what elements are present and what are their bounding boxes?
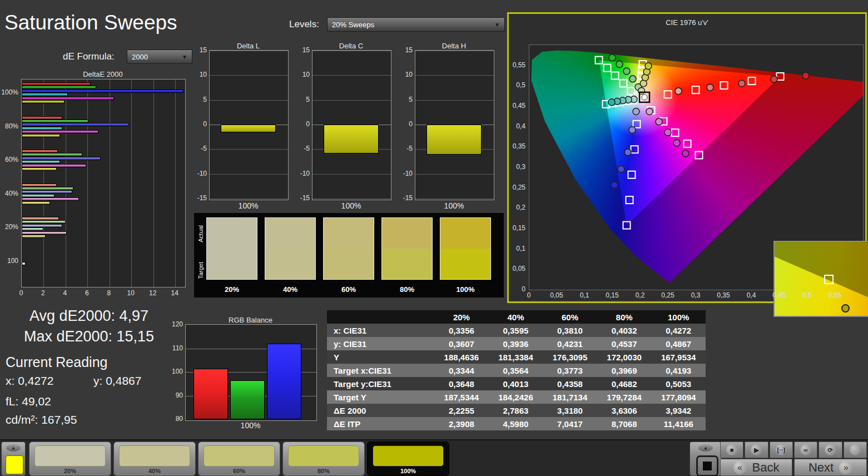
table-value: 7,0417 — [543, 417, 597, 430]
avg-de2000-stat: Avg dE2000: 4,97 — [0, 308, 178, 325]
y-tick-label: -10 — [293, 170, 310, 177]
transport-controls: ■▶[··]∞⟳ — [720, 442, 867, 458]
magenta-de-bar — [22, 197, 79, 201]
expand-patch-list-button[interactable]: ▲ — [6, 444, 21, 452]
avg-de2000-value: 4,97 — [120, 308, 149, 324]
red-balance-bar — [194, 369, 228, 419]
blue-target-marker — [626, 196, 633, 204]
row-label: Y — [327, 350, 434, 364]
up-arrow-icon: ▲ — [11, 446, 16, 450]
table-row: ΔE ITP2,39084,59807,04178,706811,4166 — [327, 417, 706, 430]
red-measured-marker — [675, 88, 682, 95]
patch-select-button-20%[interactable]: 20% — [29, 442, 111, 476]
loop-button[interactable]: ⟳ — [819, 442, 842, 458]
chevron-left-icon: « — [733, 461, 747, 474]
yellow-de-bar — [22, 235, 46, 238]
current-reading-x: x: 0,4272 — [6, 374, 53, 388]
cie-x-tick-label: 0 — [518, 291, 540, 299]
table-value: 0,4682 — [597, 377, 652, 390]
green-target-marker — [612, 72, 619, 80]
cyan-measured-marker — [608, 99, 615, 106]
patch-color-swatch — [119, 445, 190, 467]
y-tick-label: -5 — [190, 145, 207, 152]
red-measured-marker — [707, 84, 713, 91]
red-measured-marker — [771, 76, 777, 83]
y-tick-label: -5 — [396, 145, 413, 152]
patch-select-button-100%[interactable]: 100% — [367, 442, 449, 476]
blank-button[interactable] — [844, 442, 867, 458]
target-swatch — [265, 249, 315, 279]
patch-percent-label: 20% — [206, 285, 257, 294]
y-category-label: 100% — [0, 88, 18, 96]
green-target-marker — [620, 80, 627, 87]
actual-swatch — [440, 218, 490, 249]
current-patch-swatch[interactable] — [6, 455, 23, 474]
cie-x-tick-label: 0,05 — [545, 291, 568, 299]
cyan-de-bar — [22, 194, 54, 197]
cie-y-tick-label: 0,05 — [509, 265, 525, 272]
current-point-dot — [642, 95, 647, 100]
table-column-header: 100% — [651, 310, 706, 324]
table-value: 0,4272 — [651, 324, 706, 337]
blue-target-marker — [631, 146, 638, 153]
continuous-button[interactable]: ∞ — [794, 442, 817, 458]
loop-icon: ⟳ — [825, 444, 836, 455]
delta-h-title: Delta H — [415, 42, 493, 50]
y-tick-label: 10 — [396, 71, 413, 78]
stop-button[interactable]: ■ — [720, 442, 743, 458]
current-reading-y: y: 0,4867 — [93, 374, 141, 388]
table-row: Target y:CIE310,36480,40130,43580,46820,… — [327, 377, 706, 390]
levels-dropdown[interactable]: 20% Sweeps ▼ — [327, 17, 505, 32]
max-de2000-stat: Max dE2000: 15,15 — [0, 328, 178, 345]
avg-de2000-label: Avg dE2000: — [29, 308, 115, 324]
cie-y-tick-label: 0,45 — [509, 102, 525, 110]
patch-list-tile: ▲ — [1, 442, 26, 476]
de-formula-dropdown[interactable]: 2000 ▼ — [127, 49, 192, 64]
blue-target-marker — [623, 222, 631, 229]
magenta-target-marker — [684, 140, 691, 147]
measure-control-tile: ▲ — [690, 442, 722, 476]
back-button[interactable]: « Back — [720, 459, 792, 476]
table-value: 184,2426 — [489, 390, 543, 404]
magenta-target-marker — [672, 129, 679, 136]
cie-x-tick-label: 0,15 — [601, 291, 623, 299]
cie-zoom-inset — [773, 241, 868, 317]
gridline — [313, 199, 391, 199]
y-tick-label: 5 — [293, 96, 310, 103]
patch-button-label: 100% — [368, 468, 449, 474]
red-de-bar — [22, 150, 58, 153]
actual-swatch — [324, 218, 374, 249]
patch-percent-label: 100% — [440, 285, 491, 294]
expand-controls-button[interactable]: ▲ — [698, 444, 713, 452]
y-tick-label: 15 — [396, 46, 413, 54]
table-value: 0,3648 — [434, 377, 489, 390]
blue-de-bar — [22, 224, 62, 227]
actual-swatch — [207, 218, 257, 249]
actual-target-patch — [206, 217, 257, 280]
stop-measure-button[interactable] — [696, 455, 718, 476]
actual-target-patch — [265, 217, 316, 280]
table-value: 3,9342 — [651, 404, 706, 417]
row-label: Target y:CIE31 — [327, 377, 434, 390]
current-reading-title: Current Reading — [6, 354, 107, 370]
patch-select-button-80%[interactable]: 80% — [282, 442, 365, 476]
patch-button-label: 40% — [114, 468, 195, 474]
patch-color-swatch — [34, 445, 106, 467]
x-tick-label: 0 — [13, 289, 29, 297]
patch-select-button-60%[interactable]: 60% — [198, 442, 280, 476]
patch-select-button-40%[interactable]: 40% — [113, 442, 196, 476]
play-button[interactable]: ▶ — [745, 442, 768, 458]
chevron-down-icon: ▼ — [182, 54, 187, 60]
magenta-measured-marker — [664, 129, 671, 136]
cie-y-tick-label: 0,4 — [509, 122, 525, 130]
green-de-bar — [22, 153, 82, 156]
delta-bar — [324, 125, 379, 153]
series-read-button[interactable]: [··] — [770, 442, 793, 458]
row-label: y: CIE31 — [327, 337, 434, 350]
y-tick-label: 100 — [166, 368, 183, 375]
cie-y-tick-label: 0,35 — [509, 142, 525, 150]
green-measured-marker — [616, 61, 623, 67]
table-value: 0,4867 — [651, 337, 706, 350]
red-target-marker — [692, 86, 700, 93]
next-button[interactable]: Next » — [794, 459, 867, 476]
